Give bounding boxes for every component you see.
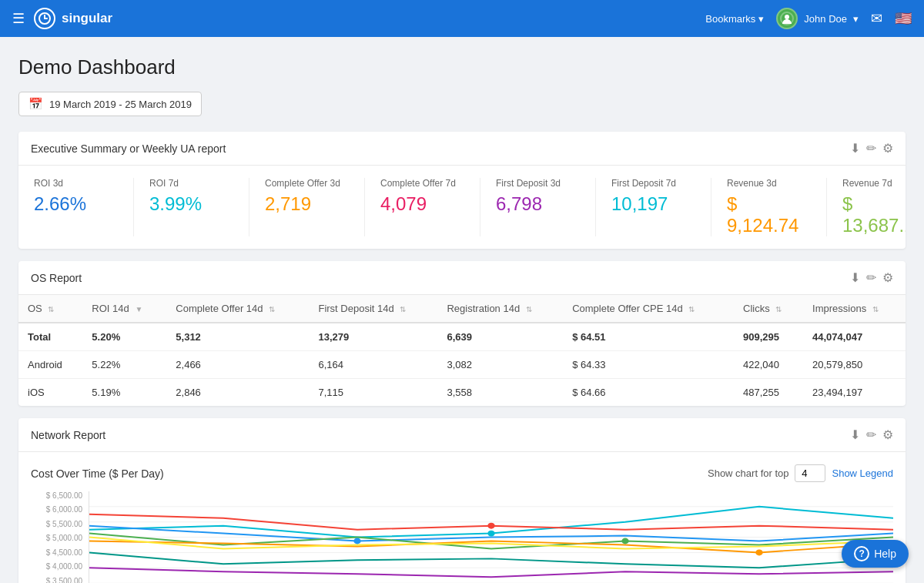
user-chevron-icon: ▾ (853, 13, 859, 25)
download-icon[interactable]: ⬇ (850, 427, 860, 442)
sort-icon: ⇅ (775, 305, 782, 313)
os-report-table: OS ⇅ROI 14d ▼Complete Offer 14d ⇅First D… (18, 295, 906, 406)
table-cell-5: $ 64.51 (563, 323, 734, 351)
y-axis-label: $ 6,500.00 (31, 491, 89, 500)
y-axis-label: $ 6,000.00 (31, 505, 89, 514)
table-cell-1: 5.20% (82, 323, 166, 351)
bookmarks-menu[interactable]: Bookmarks ▾ (705, 13, 764, 25)
page-title: Demo Dashboard (18, 55, 906, 79)
table-cell-7: 44,074,047 (803, 323, 906, 351)
metric-value: $ 13,687.12 (842, 193, 906, 236)
user-menu[interactable]: John Doe ▾ (776, 8, 859, 29)
metric-label: ROI 3d (34, 178, 118, 189)
svg-point-2 (785, 15, 789, 19)
table-cell-5: $ 64.33 (563, 351, 734, 379)
os-report-header: OS Report ⬇ ✏ ⚙ (18, 261, 906, 295)
chevron-down-icon: ▾ (758, 13, 764, 25)
executive-summary-section: Executive Summary or Weekly UA report ⬇ … (18, 132, 906, 249)
sort-icon: ⇅ (400, 305, 406, 313)
metric-item-0: ROI 3d 2.66% (18, 178, 134, 236)
table-cell-1: 5.22% (82, 351, 166, 379)
metric-value: 3.99% (149, 193, 233, 215)
col-header-complete-offer-cpe-14d[interactable]: Complete Offer CPE 14d ⇅ (563, 295, 734, 323)
avatar (776, 8, 798, 29)
edit-icon[interactable]: ✏ (866, 141, 876, 156)
chart-top-input[interactable] (795, 464, 825, 482)
settings-icon[interactable]: ⚙ (882, 427, 893, 442)
logo-icon (34, 8, 55, 29)
col-header-roi-14d[interactable]: ROI 14d ▼ (82, 295, 166, 323)
executive-summary-actions: ⬇ ✏ ⚙ (850, 141, 893, 156)
table-cell-1: 5.19% (82, 379, 166, 407)
table-cell-3: 7,115 (309, 379, 437, 407)
metric-item-2: Complete Offer 3d 2,719 (249, 178, 365, 236)
metric-value: 10,197 (611, 193, 695, 215)
table-cell-0: Android (18, 351, 82, 379)
language-flag[interactable]: 🇺🇸 (895, 10, 912, 27)
user-name: John Doe (804, 13, 847, 25)
metric-item-6: Revenue 3d $ 9,124.74 (711, 178, 827, 236)
settings-icon[interactable]: ⚙ (882, 270, 893, 285)
edit-icon[interactable]: ✏ (866, 270, 876, 285)
help-button[interactable]: ? Help (842, 540, 909, 568)
col-header-first-deposit-14d[interactable]: First Deposit 14d ⇅ (309, 295, 437, 323)
chart-title: Cost Over Time ($ Per Day) (31, 467, 164, 480)
sort-icon: ⇅ (269, 305, 275, 313)
hamburger-menu[interactable]: ☰ (12, 10, 25, 27)
download-icon[interactable]: ⬇ (850, 270, 860, 285)
table-cell-7: 23,494,197 (803, 379, 906, 407)
sort-icon: ▼ (135, 305, 142, 313)
sort-icon: ⇅ (872, 305, 879, 313)
messages-icon[interactable]: ✉ (871, 10, 882, 27)
col-header-complete-offer-14d[interactable]: Complete Offer 14d ⇅ (166, 295, 309, 323)
svg-point-13 (755, 549, 762, 555)
help-circle-icon: ? (854, 546, 869, 561)
edit-icon[interactable]: ✏ (866, 427, 876, 442)
svg-point-12 (621, 538, 628, 544)
table-cell-4: 6,639 (437, 323, 563, 351)
y-axis-label: $ 4,500.00 (31, 548, 89, 557)
col-header-os[interactable]: OS ⇅ (18, 295, 82, 323)
show-chart-top-label: Show chart for top (708, 467, 789, 479)
network-report-header: Network Report ⬇ ✏ ⚙ (18, 418, 906, 452)
table-row: iOS5.19%2,8467,1153,558$ 64.66487,25523,… (18, 379, 906, 407)
logo-text: singular (62, 11, 112, 26)
download-icon[interactable]: ⬇ (850, 141, 860, 156)
sort-icon: ⇅ (688, 305, 695, 313)
y-axis-label: $ 5,500.00 (31, 520, 89, 528)
col-header-registration-14d[interactable]: Registration 14d ⇅ (437, 295, 563, 323)
table-row: Android5.22%2,4666,1643,082$ 64.33422,04… (18, 351, 906, 379)
table-cell-3: 13,279 (309, 323, 437, 351)
table-header: OS ⇅ROI 14d ▼Complete Offer 14d ⇅First D… (18, 295, 906, 323)
date-range-button[interactable]: 📅 19 March 2019 - 25 March 2019 (18, 92, 202, 116)
col-header-impressions[interactable]: Impressions ⇅ (803, 295, 906, 323)
network-report-title: Network Report (31, 429, 105, 441)
settings-icon[interactable]: ⚙ (882, 141, 893, 156)
chart-top: Cost Over Time ($ Per Day) Show chart fo… (31, 464, 893, 482)
svg-point-10 (487, 523, 494, 529)
metric-label: First Deposit 7d (611, 178, 695, 189)
chart-container: Cost Over Time ($ Per Day) Show chart fo… (18, 452, 906, 583)
table-cell-3: 6,164 (309, 351, 437, 379)
col-header-clicks[interactable]: Clicks ⇅ (734, 295, 803, 323)
executive-summary-header: Executive Summary or Weekly UA report ⬇ … (18, 132, 906, 166)
show-legend-button[interactable]: Show Legend (832, 467, 893, 479)
svg-point-9 (487, 531, 494, 537)
table-cell-2: 2,846 (166, 379, 309, 407)
metric-item-4: First Deposit 3d 6,798 (480, 178, 596, 236)
network-report-actions: ⬇ ✏ ⚙ (850, 427, 893, 442)
metric-value: 2.66% (34, 193, 118, 215)
table-cell-4: 3,558 (437, 379, 563, 407)
table-cell-2: 5,312 (166, 323, 309, 351)
metric-item-7: Revenue 7d $ 13,687.12 (827, 178, 906, 236)
metric-value: $ 9,124.74 (727, 193, 811, 236)
metric-label: Revenue 7d (842, 178, 906, 189)
metric-item-1: ROI 7d 3.99% (134, 178, 249, 236)
chart-svg (89, 491, 893, 583)
y-axis-label: $ 4,000.00 (31, 562, 89, 571)
chart-plot (89, 491, 893, 583)
table-cell-4: 3,082 (437, 351, 563, 379)
metric-label: Revenue 3d (727, 178, 811, 189)
table-cell-2: 2,466 (166, 351, 309, 379)
main-content: Demo Dashboard 📅 19 March 2019 - 25 Marc… (0, 37, 924, 583)
